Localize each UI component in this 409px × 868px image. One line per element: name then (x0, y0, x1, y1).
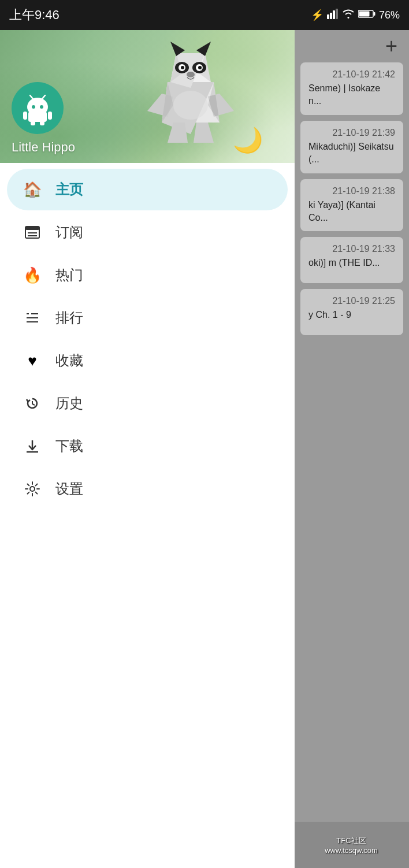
svg-point-19 (187, 72, 195, 77)
main-panel: + 21-10-19 21:42 Senme) | Isokaze n... 2… (295, 30, 409, 868)
list-item-title: oki)] m (THE ID... (308, 257, 395, 269)
nav-item-home[interactable]: 🏠 主页 (7, 169, 288, 210)
action-bar: + (295, 30, 409, 62)
svg-rect-0 (327, 14, 329, 19)
nav-label-history: 历史 (55, 394, 83, 413)
home-icon: 🏠 (21, 178, 44, 201)
download-icon (21, 435, 44, 458)
list-item-date: 21-10-19 21:42 (308, 69, 395, 80)
nav-label-subscribe: 订阅 (55, 223, 83, 242)
moon-icon: 🌙 (233, 126, 263, 154)
nav-item-download[interactable]: 下载 (7, 425, 288, 467)
nav-label-settings: 设置 (55, 480, 83, 498)
username: Little Hippo (12, 140, 75, 155)
drawer-header: 🌙 Little Hippo (0, 30, 295, 163)
nav-label-hot: 热门 (55, 266, 83, 284)
app-container: 🌙 Little Hippo 🏠 主页 (0, 30, 409, 868)
list-item-title: Senme) | Isokaze n... (308, 82, 395, 108)
drawer-nav: 🏠 主页 订阅 🔥 热门 (0, 163, 295, 868)
svg-rect-2 (333, 10, 335, 19)
svg-rect-6 (373, 12, 375, 16)
svg-rect-3 (336, 9, 338, 19)
svg-rect-5 (359, 11, 369, 16)
svg-point-32 (32, 105, 35, 109)
svg-point-24 (173, 91, 208, 120)
nav-label-home: 主页 (55, 180, 83, 199)
nav-item-settings[interactable]: 设置 (7, 468, 288, 510)
history-icon (21, 392, 44, 415)
favorites-icon: ♥ (21, 349, 44, 372)
list-item[interactable]: 21-10-19 21:38 ki Yaya)] (Kantai Co... (300, 179, 403, 232)
drawer: 🌙 Little Hippo 🏠 主页 (0, 30, 295, 868)
list-item[interactable]: 21-10-19 21:33 oki)] m (THE ID... (300, 237, 403, 283)
battery-icon (358, 9, 375, 21)
list-item[interactable]: 21-10-19 21:39 Mikaduchi)] Seikatsu (... (300, 121, 403, 173)
list-item-date: 21-10-19 21:38 (308, 186, 395, 196)
wifi-icon (342, 9, 355, 22)
watermark: TFC社区www.tcsqw.com (295, 822, 409, 868)
subscribe-icon (21, 221, 44, 244)
ranking-icon (21, 306, 44, 329)
list-item-title: y Ch. 1 - 9 (308, 309, 395, 321)
settings-icon (21, 477, 44, 500)
svg-marker-23 (194, 123, 214, 143)
list-item-date: 21-10-19 21:33 (308, 244, 395, 254)
list-item-title: Mikaduchi)] Seikatsu (... (308, 140, 395, 166)
status-time: 上午9:46 (9, 6, 60, 24)
bluetooth-icon: ⚡ (311, 9, 324, 21)
nav-item-subscribe[interactable]: 订阅 (7, 212, 288, 253)
avatar[interactable] (12, 82, 64, 134)
nav-item-history[interactable]: 历史 (7, 383, 288, 424)
nav-item-favorites[interactable]: ♥ 收藏 (7, 340, 288, 381)
list-item[interactable]: 21-10-19 21:42 Senme) | Isokaze n... (300, 62, 403, 115)
list-item-date: 21-10-19 21:25 (308, 296, 395, 306)
nav-label-download: 下载 (55, 437, 83, 455)
list-item-date: 21-10-19 21:39 (308, 128, 395, 138)
battery-percent: 76% (379, 9, 400, 21)
svg-line-30 (30, 95, 33, 99)
svg-rect-35 (23, 112, 27, 120)
nav-label-ranking: 排行 (55, 309, 83, 327)
svg-rect-37 (31, 121, 35, 125)
svg-rect-36 (48, 112, 52, 120)
add-button[interactable]: + (385, 36, 397, 57)
list-item[interactable]: 21-10-19 21:25 y Ch. 1 - 9 (300, 289, 403, 335)
svg-rect-1 (330, 13, 332, 19)
status-icons: ⚡ 76% (311, 9, 400, 22)
nav-item-hot[interactable]: 🔥 热门 (7, 254, 288, 296)
svg-line-48 (32, 404, 35, 405)
signal-icon (327, 9, 339, 22)
nav-label-favorites: 收藏 (55, 351, 83, 370)
svg-point-50 (30, 487, 35, 491)
nav-item-ranking[interactable]: 排行 (7, 297, 288, 339)
panda-figure (133, 30, 248, 146)
hot-icon: 🔥 (21, 264, 44, 287)
list-container: 21-10-19 21:42 Senme) | Isokaze n... 21-… (295, 62, 409, 868)
svg-rect-34 (28, 112, 47, 122)
status-bar: 上午9:46 ⚡ 76% (0, 0, 409, 30)
svg-rect-38 (40, 121, 44, 125)
svg-point-17 (181, 66, 184, 69)
svg-line-31 (42, 95, 45, 99)
svg-point-33 (40, 105, 43, 109)
watermark-text: TFC社区www.tcsqw.com (325, 836, 378, 855)
list-item-title: ki Yaya)] (Kantai Co... (308, 199, 395, 225)
svg-rect-40 (25, 227, 39, 230)
